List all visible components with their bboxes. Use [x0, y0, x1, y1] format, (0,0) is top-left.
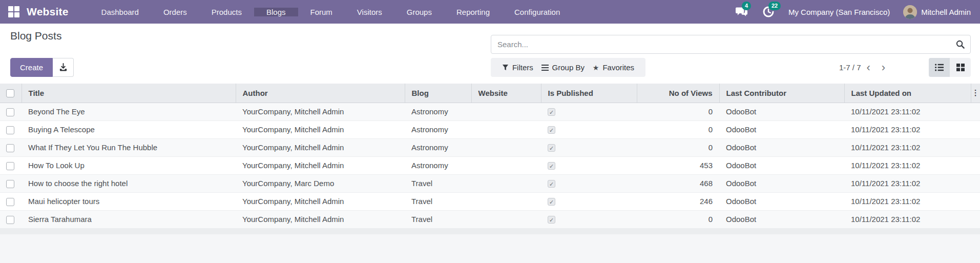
cell-blog[interactable]: Travel: [405, 174, 471, 192]
cell-views[interactable]: 0: [637, 103, 719, 120]
row-checkbox[interactable]: [6, 144, 14, 152]
column-header-blog[interactable]: Blog: [405, 84, 471, 103]
cell-last-contributor[interactable]: OdooBot: [719, 156, 844, 174]
cell-last-contributor[interactable]: OdooBot: [719, 103, 844, 120]
column-header-author[interactable]: Author: [236, 84, 405, 103]
cell-website[interactable]: [471, 192, 541, 210]
published-checkbox[interactable]: ✓: [548, 108, 555, 116]
cell-title[interactable]: Buying A Telescope: [22, 120, 236, 138]
nav-item-orders[interactable]: Orders: [151, 8, 199, 16]
table-row[interactable]: How To Look Up YourCompany, Mitchell Adm…: [0, 156, 980, 174]
cell-author[interactable]: YourCompany, Mitchell Admin: [236, 156, 405, 174]
nav-item-groups[interactable]: Groups: [394, 8, 444, 16]
row-checkbox[interactable]: [6, 108, 14, 116]
cell-blog[interactable]: Travel: [405, 210, 471, 228]
cell-views[interactable]: 453: [637, 156, 719, 174]
table-row[interactable]: Beyond The Eye YourCompany, Mitchell Adm…: [0, 103, 980, 120]
cell-last-contributor[interactable]: OdooBot: [719, 174, 844, 192]
cell-last-contributor[interactable]: OdooBot: [719, 210, 844, 228]
cell-blog[interactable]: Astronomy: [405, 120, 471, 138]
cell-last-updated[interactable]: 10/11/2021 23:11:02: [844, 103, 971, 120]
published-checkbox[interactable]: ✓: [548, 162, 555, 170]
nav-item-configuration[interactable]: Configuration: [502, 8, 572, 16]
cell-last-contributor[interactable]: OdooBot: [719, 192, 844, 210]
row-checkbox[interactable]: [6, 126, 14, 134]
cell-views[interactable]: 0: [637, 138, 719, 156]
optional-columns-toggle[interactable]: ⋮: [971, 84, 980, 103]
group-by-button[interactable]: Group By: [541, 63, 585, 72]
cell-blog[interactable]: Travel: [405, 192, 471, 210]
list-view-button[interactable]: [929, 58, 950, 77]
cell-website[interactable]: [471, 174, 541, 192]
apps-grid-icon[interactable]: [8, 6, 19, 17]
row-checkbox[interactable]: [6, 162, 14, 170]
table-row[interactable]: How to choose the right hotel YourCompan…: [0, 174, 980, 192]
create-button[interactable]: Create: [10, 58, 53, 77]
nav-item-dashboard[interactable]: Dashboard: [89, 8, 151, 16]
column-header-last-contributor[interactable]: Last Contributor: [719, 84, 844, 103]
user-menu[interactable]: Mitchell Admin: [903, 5, 971, 19]
cell-title[interactable]: How to choose the right hotel: [22, 174, 236, 192]
search-input[interactable]: [491, 35, 950, 53]
kanban-view-button[interactable]: [950, 58, 971, 77]
column-header-website[interactable]: Website: [471, 84, 541, 103]
cell-author[interactable]: YourCompany, Mitchell Admin: [236, 138, 405, 156]
table-row[interactable]: Sierra Tarahumara YourCompany, Mitchell …: [0, 210, 980, 228]
nav-item-blogs[interactable]: Blogs: [254, 8, 298, 16]
cell-last-contributor[interactable]: OdooBot: [719, 138, 844, 156]
cell-website[interactable]: [471, 103, 541, 120]
export-button[interactable]: [53, 58, 74, 77]
cell-title[interactable]: Maui helicopter tours: [22, 192, 236, 210]
cell-title[interactable]: How To Look Up: [22, 156, 236, 174]
messages-menu-button[interactable]: 4: [735, 5, 748, 18]
cell-author[interactable]: YourCompany, Mitchell Admin: [236, 103, 405, 120]
row-checkbox[interactable]: [6, 180, 14, 188]
published-checkbox[interactable]: ✓: [548, 126, 555, 134]
company-switcher[interactable]: My Company (San Francisco): [788, 8, 890, 16]
cell-author[interactable]: YourCompany, Mitchell Admin: [236, 192, 405, 210]
cell-views[interactable]: 0: [637, 210, 719, 228]
table-row[interactable]: Maui helicopter tours YourCompany, Mitch…: [0, 192, 980, 210]
cell-author[interactable]: YourCompany, Marc Demo: [236, 174, 405, 192]
cell-blog[interactable]: Astronomy: [405, 103, 471, 120]
cell-website[interactable]: [471, 120, 541, 138]
cell-website[interactable]: [471, 210, 541, 228]
cell-title[interactable]: Beyond The Eye: [22, 103, 236, 120]
cell-author[interactable]: YourCompany, Mitchell Admin: [236, 210, 405, 228]
column-header-last-updated[interactable]: Last Updated on: [844, 84, 971, 103]
row-checkbox[interactable]: [6, 216, 14, 224]
nav-item-products[interactable]: Products: [199, 8, 254, 16]
select-all-checkbox[interactable]: [6, 89, 14, 97]
cell-last-updated[interactable]: 10/11/2021 23:11:02: [844, 210, 971, 228]
published-checkbox[interactable]: ✓: [548, 198, 555, 206]
column-header-title[interactable]: Title: [22, 84, 236, 103]
column-header-views[interactable]: No of Views: [637, 84, 719, 103]
published-checkbox[interactable]: ✓: [548, 216, 555, 224]
nav-item-reporting[interactable]: Reporting: [444, 8, 502, 16]
cell-title[interactable]: Sierra Tarahumara: [22, 210, 236, 228]
cell-website[interactable]: [471, 138, 541, 156]
cell-views[interactable]: 246: [637, 192, 719, 210]
cell-last-updated[interactable]: 10/11/2021 23:11:02: [844, 120, 971, 138]
nav-item-forum[interactable]: Forum: [298, 8, 345, 16]
published-checkbox[interactable]: ✓: [548, 144, 555, 152]
favorites-button[interactable]: ★ Favorites: [593, 63, 634, 72]
cell-last-updated[interactable]: 10/11/2021 23:11:02: [844, 156, 971, 174]
cell-title[interactable]: What If They Let You Run The Hubble: [22, 138, 236, 156]
search-submit-button[interactable]: [950, 35, 970, 53]
nav-item-visitors[interactable]: Visitors: [345, 8, 394, 16]
cell-last-updated[interactable]: 10/11/2021 23:11:02: [844, 138, 971, 156]
cell-blog[interactable]: Astronomy: [405, 138, 471, 156]
published-checkbox[interactable]: ✓: [548, 180, 555, 188]
table-row[interactable]: What If They Let You Run The Hubble Your…: [0, 138, 980, 156]
pager-next-button[interactable]: ›: [876, 58, 891, 77]
cell-views[interactable]: 468: [637, 174, 719, 192]
cell-last-updated[interactable]: 10/11/2021 23:11:02: [844, 174, 971, 192]
cell-author[interactable]: YourCompany, Mitchell Admin: [236, 120, 405, 138]
cell-last-updated[interactable]: 10/11/2021 23:11:02: [844, 192, 971, 210]
table-row[interactable]: Buying A Telescope YourCompany, Mitchell…: [0, 120, 980, 138]
cell-views[interactable]: 0: [637, 120, 719, 138]
cell-website[interactable]: [471, 156, 541, 174]
app-brand[interactable]: Website: [27, 6, 69, 18]
filters-button[interactable]: Filters: [502, 63, 533, 72]
